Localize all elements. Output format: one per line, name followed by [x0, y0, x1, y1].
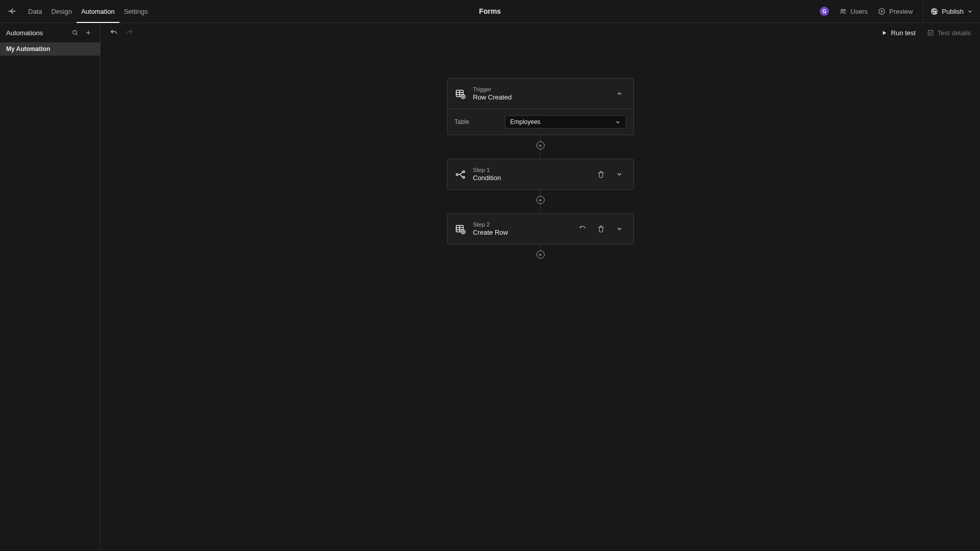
test-details-icon: [927, 29, 934, 36]
svg-point-23: [462, 176, 464, 178]
sidebar: Automations My Automation: [0, 23, 101, 551]
arrow-left-icon: [7, 7, 16, 16]
svg-point-0: [841, 9, 843, 11]
step1-title: Condition: [473, 174, 587, 182]
topbar: Data Design Automation Settings Forms G …: [0, 0, 980, 23]
loop-icon: [579, 225, 586, 233]
condition-icon: [455, 169, 466, 180]
back-button[interactable]: [0, 0, 23, 22]
svg-point-22: [462, 170, 464, 172]
add-step-button-2[interactable]: [536, 196, 545, 204]
svg-rect-9: [928, 31, 933, 35]
tab-settings[interactable]: Settings: [119, 0, 153, 22]
delete-step2-button[interactable]: [595, 222, 608, 236]
undo-icon: [110, 29, 118, 37]
plus-icon: [85, 29, 92, 36]
svg-point-21: [456, 173, 458, 176]
search-button[interactable]: [68, 26, 82, 39]
delete-step1-button[interactable]: [595, 168, 608, 181]
users-label: Users: [850, 8, 868, 15]
publish-button[interactable]: Publish: [930, 8, 964, 15]
play-circle-icon: [878, 8, 886, 15]
trigger-title: Row Created: [473, 93, 606, 102]
loop-step2-button[interactable]: [576, 222, 590, 236]
step2-card: Step 2 Create Row: [447, 213, 634, 244]
publish-dropdown[interactable]: [967, 9, 973, 14]
tab-data[interactable]: Data: [23, 0, 46, 22]
sidebar-title: Automations: [6, 29, 43, 37]
run-test-button[interactable]: Run test: [879, 27, 918, 39]
add-automation-button[interactable]: [82, 26, 95, 39]
publish-label: Publish: [942, 8, 964, 15]
trash-icon: [597, 170, 605, 178]
publish-off-icon: [930, 8, 938, 15]
avatar[interactable]: G: [820, 7, 829, 16]
plus-icon: [538, 198, 543, 203]
redo-button[interactable]: [123, 27, 135, 39]
trigger-table-select[interactable]: Employees: [505, 115, 626, 129]
app-title: Forms: [479, 7, 501, 15]
step2-label: Step 2: [473, 221, 569, 228]
trigger-table-value: Employees: [510, 118, 541, 126]
svg-point-5: [73, 31, 77, 34]
step1-card-header[interactable]: Step 1 Condition: [448, 159, 633, 189]
sidebar-item-my-automation[interactable]: My Automation: [0, 42, 100, 56]
step1-label: Step 1: [473, 166, 587, 173]
trigger-label: Trigger: [473, 86, 606, 93]
chevron-down-icon: [616, 171, 623, 178]
step2-title: Create Row: [473, 229, 569, 237]
svg-line-6: [76, 34, 78, 35]
preview-button[interactable]: Preview: [878, 8, 913, 15]
tab-automation[interactable]: Automation: [77, 0, 119, 22]
test-details-label: Test details: [938, 29, 971, 37]
users-icon: [839, 8, 847, 15]
trash-icon: [597, 225, 605, 233]
play-icon: [881, 30, 888, 36]
trigger-card: Trigger Row Created Table Emplo: [447, 78, 634, 135]
chevron-down-icon: [616, 226, 623, 232]
preview-label: Preview: [889, 8, 913, 15]
trigger-card-header[interactable]: Trigger Row Created: [448, 79, 633, 109]
table-plus-icon: [455, 223, 466, 235]
expand-step2-button[interactable]: [613, 222, 626, 236]
step2-card-header[interactable]: Step 2 Create Row: [448, 214, 633, 244]
table-plus-icon: [455, 88, 466, 99]
trigger-table-field-label: Table: [455, 118, 496, 126]
plus-icon: [538, 253, 543, 257]
step1-card: Step 1 Condition: [447, 159, 634, 190]
add-step-button-3[interactable]: [536, 251, 545, 259]
add-step-button-1[interactable]: [536, 141, 545, 149]
canvas-toolbar: Run test Test details: [101, 23, 980, 42]
tab-design[interactable]: Design: [46, 0, 76, 22]
expand-step1-button[interactable]: [613, 168, 626, 181]
plus-icon: [538, 143, 543, 148]
chevron-down-icon: [615, 119, 621, 125]
automation-flow: Trigger Row Created Table Emplo: [447, 78, 634, 259]
undo-button[interactable]: [108, 27, 120, 39]
chevron-up-icon: [616, 90, 623, 97]
svg-point-1: [844, 9, 845, 11]
redo-icon: [125, 29, 133, 37]
collapse-trigger-button[interactable]: [613, 87, 626, 101]
test-details-button[interactable]: Test details: [925, 27, 973, 39]
run-test-label: Run test: [891, 29, 916, 37]
users-button[interactable]: Users: [839, 8, 868, 15]
search-icon: [71, 29, 79, 36]
